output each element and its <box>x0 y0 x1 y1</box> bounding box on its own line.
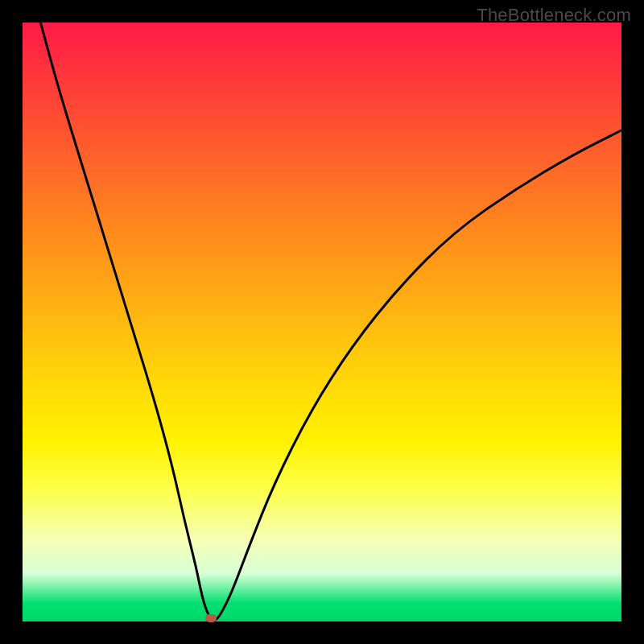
watermark-text: TheBottleneck.com <box>477 5 631 26</box>
bottleneck-curve <box>40 23 621 620</box>
curve-layer <box>23 23 621 621</box>
chart-frame: TheBottleneck.com <box>0 0 644 644</box>
plot-area <box>23 23 621 621</box>
optimal-marker <box>205 614 217 622</box>
